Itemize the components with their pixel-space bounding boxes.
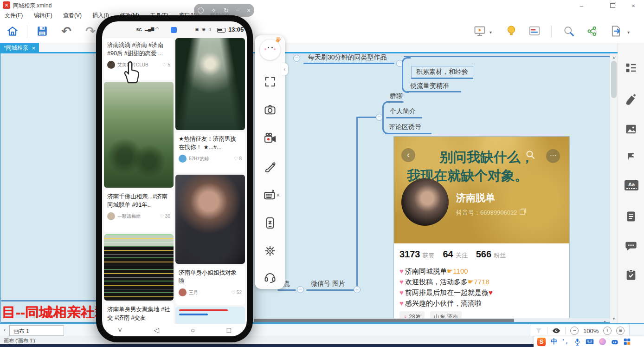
menu-edit[interactable]: 编辑(E) <box>29 10 57 21</box>
panel-collapse-handle[interactable]: ‹ <box>281 63 288 75</box>
outline-button[interactable] <box>528 25 541 39</box>
toolbar-divider-2 <box>551 26 552 38</box>
skin-icon[interactable] <box>599 338 606 345</box>
undo-button[interactable]: ↶ <box>61 24 71 39</box>
filter-icon[interactable] <box>535 327 542 334</box>
topic-wechat-image[interactable]: 微信号 图片 <box>311 280 345 288</box>
sogou-logo[interactable]: S <box>537 338 546 346</box>
document-tab-close-icon[interactable]: × <box>32 45 36 52</box>
keyboard-icon[interactable] <box>586 339 594 345</box>
avatar[interactable] <box>179 288 187 296</box>
settings-button[interactable] <box>264 244 277 257</box>
present-button[interactable] <box>473 25 486 39</box>
document-tab[interactable]: *同城相亲 × <box>0 43 39 53</box>
fit-window-button[interactable]: ≡ <box>616 327 625 335</box>
vertical-scrollbar[interactable]: ▴ ▾ <box>610 53 618 323</box>
power-icon[interactable] <box>198 7 204 13</box>
feed-video-cover-text-screenshot[interactable] <box>104 234 174 301</box>
home-button[interactable] <box>6 25 19 39</box>
topic-personal-bio[interactable]: 个人简介 <box>390 107 416 116</box>
zoom-out-button[interactable]: − <box>570 327 579 335</box>
mindmap-canvas[interactable]: − 每天刷30分钟的同类型作品 − 积累素材，和经验 使流量变精准 − 群聊 个… <box>0 53 619 323</box>
minimize-icon[interactable]: – <box>236 7 239 14</box>
export-button[interactable] <box>610 25 623 39</box>
insert-image-button[interactable] <box>625 123 638 136</box>
window-restore-button[interactable] <box>610 0 615 9</box>
fullscreen-button[interactable] <box>264 75 277 88</box>
eye-icon[interactable] <box>552 327 560 334</box>
avatar[interactable] <box>107 212 115 220</box>
redo-button[interactable]: ↷ <box>85 24 96 39</box>
task-button[interactable] <box>625 268 638 282</box>
topic-daily[interactable]: 每天刷30分钟的同类型作品 <box>308 53 387 62</box>
feed-card[interactable]: ★热情征友！济南男孩在找你！ ★...#... 52Hz的鲸 ♡ 8 <box>175 132 245 173</box>
sheet-prev-button[interactable]: ‹ <box>4 326 6 333</box>
rotate-icon[interactable]: ↻ <box>224 7 229 14</box>
close-icon[interactable]: × <box>247 7 251 14</box>
structure-button[interactable] <box>625 61 638 74</box>
zoom-search-button[interactable] <box>562 25 575 39</box>
menu-file[interactable]: 文件(F) <box>0 10 27 21</box>
idea-button[interactable] <box>505 24 518 39</box>
voice-input-icon[interactable] <box>574 338 580 346</box>
nav-back-icon[interactable]: ◁ <box>154 326 159 334</box>
marker-button[interactable] <box>625 151 638 164</box>
like-count[interactable]: ♡ 5 <box>162 62 170 67</box>
format-button[interactable] <box>625 93 638 106</box>
scroll-down-arrow[interactable]: ▾ <box>610 316 618 321</box>
topic-group-chat[interactable]: 群聊 <box>390 92 403 100</box>
collapse-toggle[interactable]: − <box>293 55 300 62</box>
mascot-logo[interactable]: ♛ <box>259 39 281 60</box>
topic-precise[interactable]: 使流量变精准 <box>410 82 449 90</box>
keyboard-button[interactable]: ˄ <box>264 189 277 202</box>
punctuation-toggle[interactable]: ’， <box>562 338 569 346</box>
like-count[interactable]: ♡ 8 <box>234 156 242 161</box>
zoom-in-button[interactable]: + <box>603 327 612 335</box>
attached-image-douyin-profile[interactable]: 别问我缺什么， 我现在就缺个对象。 ‹ ⋯ 济南脱单 抖音号：669899060… <box>393 136 570 323</box>
feed-video-cover-girl-in-car[interactable] <box>175 175 245 264</box>
export-dropdown[interactable]: ▾ <box>627 30 630 35</box>
like-count[interactable]: ♡ 30 <box>160 214 170 219</box>
phone-sleep-button[interactable] <box>264 216 277 229</box>
nav-recents-icon[interactable]: □ <box>227 326 231 334</box>
feed-author[interactable]: 三月 <box>189 289 229 296</box>
share-button[interactable] <box>586 25 599 39</box>
comment-button[interactable] <box>625 240 638 253</box>
ai-assistant-icon[interactable] <box>611 339 618 345</box>
window-minimize-button[interactable]: – <box>574 1 588 10</box>
like-count[interactable]: ♡ 52 <box>231 290 242 295</box>
collapse-toggle-cluster[interactable]: − <box>376 114 383 121</box>
record-button[interactable] <box>264 132 277 145</box>
present-icon <box>473 25 486 38</box>
collapse-toggle-flow[interactable]: − <box>297 286 304 293</box>
collapse-toggle-wechat[interactable]: − <box>354 286 361 293</box>
menu-view[interactable]: 查看(V) <box>58 10 86 21</box>
input-language-toggle[interactable]: 中 <box>551 338 557 346</box>
topic-comment-lure[interactable]: 评论区诱导 <box>389 123 421 131</box>
feed-author[interactable]: 一颗话梅糖 <box>117 213 157 220</box>
feed-card[interactable]: 济南单身男女聚集地 #社交 #济南 #交友 <box>104 302 174 326</box>
feed-video-cover-park[interactable] <box>104 82 174 188</box>
feed-author[interactable]: 52Hz的鲸 <box>189 156 232 162</box>
feed-card[interactable]: 济南单身小姐姐找对象啦 三月 ♡ 52 <box>175 266 245 305</box>
nav-home-icon[interactable]: ○ <box>191 326 195 334</box>
present-dropdown[interactable]: ▾ <box>489 30 492 35</box>
sheet-tab-canvas1[interactable]: 画布 1 <box>9 325 64 336</box>
feed-card[interactable]: 济南千佛山相亲...#济南同城脱单 #91年.. 一颗话梅糖 ♡ 30 <box>104 190 174 232</box>
topic-material[interactable]: 积累素材，和经验 <box>411 66 473 79</box>
nav-hide-icon[interactable]: ˅ <box>118 326 122 334</box>
window-close-button[interactable]: × <box>626 1 640 10</box>
audio-button[interactable] <box>264 270 277 283</box>
draw-button[interactable] <box>264 161 277 174</box>
save-button[interactable] <box>36 25 48 39</box>
feed-video-cover-canal[interactable] <box>175 38 245 130</box>
scroll-up-arrow[interactable]: ▴ <box>610 55 618 59</box>
avatar[interactable] <box>179 155 187 163</box>
toolbox-icon[interactable] <box>624 338 631 345</box>
star-icon[interactable]: ✧ <box>211 7 216 14</box>
notes-button[interactable] <box>625 210 638 223</box>
vertical-scrollbar-thumb[interactable] <box>611 61 617 98</box>
avatar[interactable] <box>107 61 115 69</box>
label-button[interactable]: Aa <box>625 180 638 190</box>
screenshot-button[interactable] <box>264 103 277 116</box>
